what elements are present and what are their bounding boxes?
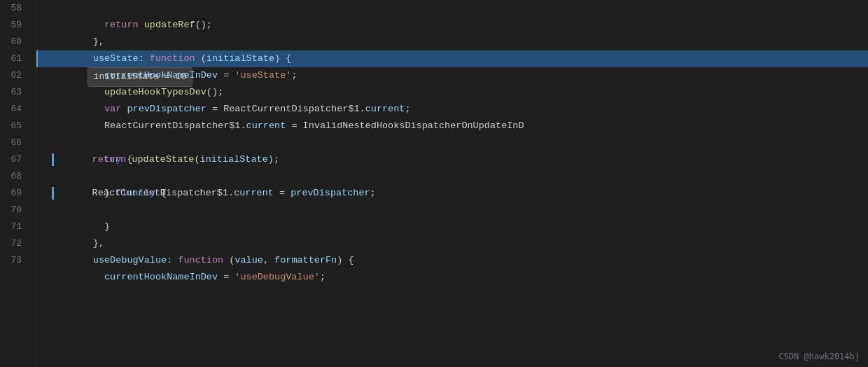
watermark: CSDN @hawk2014bj [778, 352, 860, 361]
line-num-62: 62 [0, 67, 27, 84]
line-num-70: 70 [0, 202, 27, 219]
line-numbers: 58 59 60 61 62 63 64 65 66 67 68 69 70 7… [0, 0, 36, 367]
line-num-58: 58 [0, 0, 27, 17]
line-num-72: 72 [0, 235, 27, 252]
line-num-64: 64 [0, 101, 27, 118]
code-line-70: } [48, 202, 868, 219]
line-num-71: 71 [0, 219, 27, 235]
line-num-61: 61 [0, 50, 27, 67]
line-num-69: 69 [0, 185, 27, 202]
line-num-73: 73 [0, 252, 27, 269]
code-line-60: useState: function (initialState) { init… [48, 34, 868, 50]
code-line-66: try { [48, 134, 868, 151]
code-line-68: } finally { [48, 168, 868, 185]
line-num-66: 66 [0, 134, 27, 151]
code-line-69: ReactCurrentDispatcher$1.current = prevD… [48, 185, 868, 202]
code-content: return updateRef(); }, useState: functio… [36, 0, 868, 367]
line-num-65: 65 [0, 118, 27, 134]
line-num-60: 60 [0, 34, 27, 50]
code-line-71: }, [48, 219, 868, 235]
code-editor: 58 59 60 61 62 63 64 65 66 67 68 69 70 7… [0, 0, 868, 367]
code-line-58: return updateRef(); [48, 0, 868, 17]
code-line-67: return updateState(initialState); [48, 151, 868, 168]
line-num-67: 67 [0, 151, 27, 168]
line-num-59: 59 [0, 17, 27, 34]
line-num-68: 68 [0, 168, 27, 185]
code-line-72: useDebugValue: function (value, formatte… [48, 235, 868, 252]
line-num-63: 63 [0, 84, 27, 101]
